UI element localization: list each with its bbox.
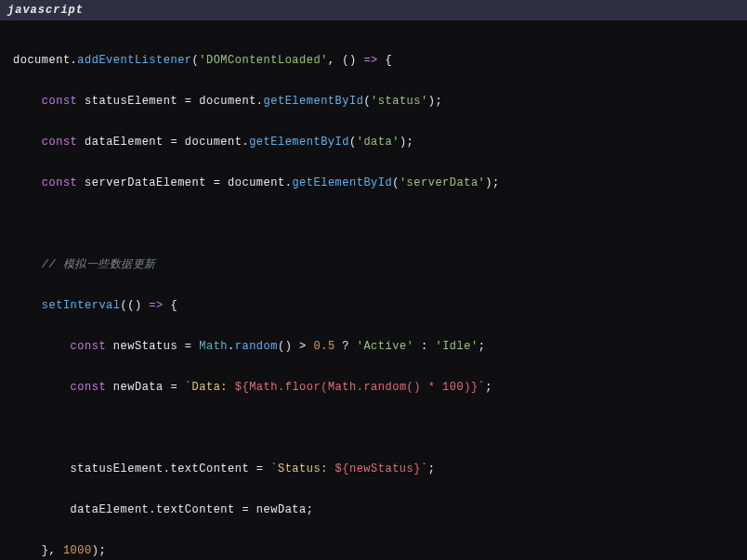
- code-line: const statusElement = document.getElemen…: [13, 91, 734, 111]
- code-line: const dataElement = document.getElementB…: [13, 132, 734, 152]
- code-line: dataElement.textContent = newData;: [13, 500, 734, 520]
- code-line: statusElement.textContent = `Status: ${n…: [13, 459, 734, 479]
- code-line: [13, 214, 734, 234]
- code-block: document.addEventListener('DOMContentLoa…: [0, 20, 747, 560]
- code-line: setInterval(() => {: [13, 295, 734, 316]
- language-header: javascript: [0, 0, 747, 20]
- code-line: const newData = `Data: ${Math.floor(Math…: [13, 377, 734, 397]
- code-line: const serverDataElement = document.getEl…: [13, 173, 734, 193]
- code-line: [13, 418, 734, 438]
- code-line: // 模拟一些数据更新: [13, 254, 734, 275]
- code-line: const newStatus = Math.random() > 0.5 ? …: [13, 336, 734, 357]
- language-label: javascript: [7, 4, 84, 17]
- code-line: document.addEventListener('DOMContentLoa…: [13, 50, 734, 71]
- code-line: }, 1000);: [13, 540, 734, 560]
